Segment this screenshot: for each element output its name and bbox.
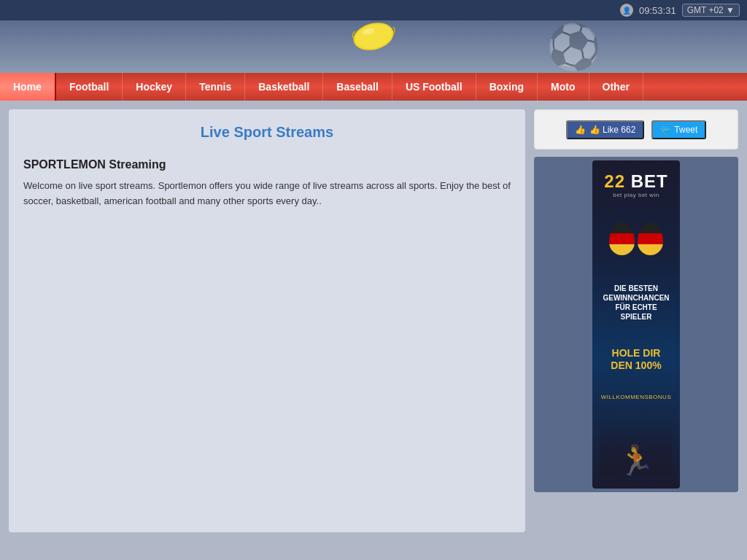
user-icon: 👤 bbox=[620, 4, 633, 17]
player-figure-icon: 🏃 bbox=[618, 443, 654, 478]
bet-logo-text: BET bbox=[631, 171, 668, 191]
nav-hockey[interactable]: Hockey bbox=[123, 73, 186, 101]
nav-boxing[interactable]: Boxing bbox=[476, 73, 538, 101]
nav-us-football[interactable]: US Football bbox=[392, 73, 476, 101]
bet-headline: DIE BESTEN GEWINNCHANCEN FÜR ECHTE SPIEL… bbox=[603, 284, 669, 322]
nav-other[interactable]: Other bbox=[589, 73, 643, 101]
content-body: Welcome on live sport streams. Sportlemo… bbox=[23, 179, 511, 209]
content-area: Live Sport Streams SPORTLEMON Streaming … bbox=[9, 109, 525, 532]
twitter-icon: 🐦 bbox=[660, 125, 671, 135]
bet-tagline: bet play bet win bbox=[604, 192, 667, 198]
social-bar: 👍 👍 Like 662 🐦 Tweet bbox=[534, 109, 738, 149]
lemon-logo bbox=[348, 18, 399, 55]
header: 👤 09:53:31 GMT +02 ▼ ⚽ bbox=[0, 0, 747, 73]
nav-home[interactable]: Home bbox=[0, 73, 56, 101]
facebook-like-button[interactable]: 👍 👍 Like 662 bbox=[566, 120, 645, 139]
bet-logo: 22 BET bbox=[604, 171, 667, 192]
flag-right bbox=[638, 222, 663, 255]
bet-logo-number: 22 bbox=[604, 171, 625, 191]
clock: 09:53:31 bbox=[639, 5, 676, 16]
bet-bonus: HOLE DIR DEN 100% bbox=[611, 347, 661, 372]
bet-player-area: 🏃 bbox=[600, 419, 673, 478]
nav-football[interactable]: Football bbox=[56, 73, 123, 101]
like-count: 👍 Like 662 bbox=[589, 125, 636, 135]
logo-area bbox=[348, 0, 399, 73]
bet-ad[interactable]: 22 BET bet play bet win bbox=[592, 160, 680, 489]
main-nav: Home Football Hockey Tennis Basketball B… bbox=[0, 73, 747, 101]
tweet-label: Tweet bbox=[674, 125, 697, 135]
sidebar: 👍 👍 Like 662 🐦 Tweet 22 BET bet play bet… bbox=[534, 109, 738, 532]
content-subtitle: SPORTLEMON Streaming bbox=[23, 158, 511, 171]
svg-point-1 bbox=[352, 20, 395, 52]
nav-moto[interactable]: Moto bbox=[538, 73, 589, 101]
tweet-button[interactable]: 🐦 Tweet bbox=[651, 120, 706, 139]
ad-area: 22 BET bet play bet win bbox=[534, 157, 738, 492]
bet-welcome: WILLKOMMENSBONUS bbox=[601, 394, 671, 400]
flag-left bbox=[609, 222, 635, 255]
page-title: Live Sport Streams bbox=[23, 124, 511, 141]
nav-basketball[interactable]: Basketball bbox=[245, 73, 323, 101]
german-flags bbox=[609, 222, 663, 255]
thumbs-up-icon: 👍 bbox=[575, 125, 586, 135]
nav-tennis[interactable]: Tennis bbox=[186, 73, 245, 101]
nav-baseball[interactable]: Baseball bbox=[323, 73, 392, 101]
timezone-selector[interactable]: GMT +02 ▼ bbox=[682, 4, 740, 17]
main-layout: Live Sport Streams SPORTLEMON Streaming … bbox=[0, 101, 747, 541]
